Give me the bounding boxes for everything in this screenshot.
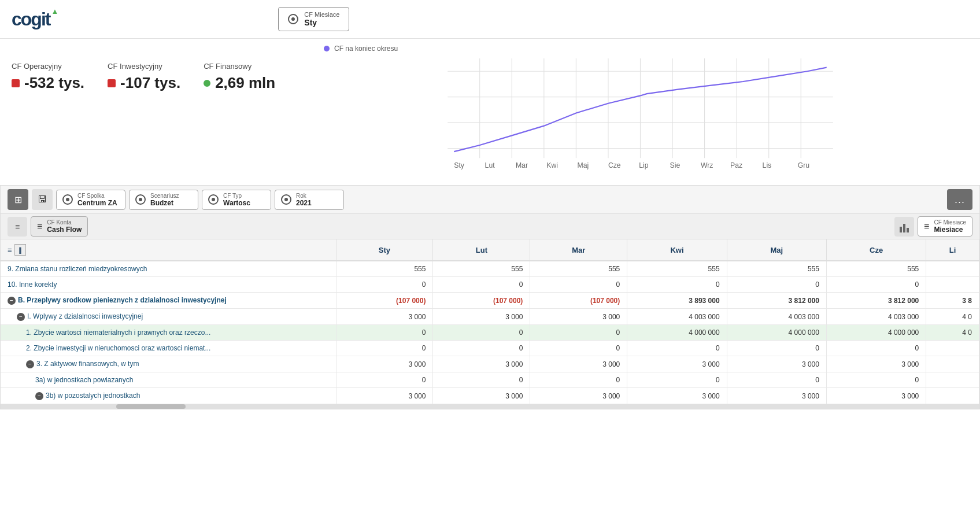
svg-text:Paz: Paz: [730, 161, 742, 169]
row-label: 10. Inne korekty: [1, 277, 336, 293]
cell-value: [926, 372, 979, 388]
sub-bar-btn[interactable]: [894, 217, 914, 237]
rok-bottom: 2021: [296, 199, 312, 207]
kpi-inwestycyjny-value: -107 tys.: [108, 74, 180, 92]
table-row: 10. Inne korekty000000: [1, 277, 979, 293]
cell-value: [926, 388, 979, 404]
cell-value: 0: [530, 372, 627, 388]
kpi-operacyjny-value: -532 tys.: [12, 74, 84, 92]
accounts-bottom: Cash Flow: [47, 226, 82, 234]
cell-value: 3 000: [530, 309, 627, 325]
cell-value: 3 000: [530, 388, 627, 404]
cell-value: 0: [530, 325, 627, 341]
collapse-icon[interactable]: −: [35, 392, 43, 400]
cell-value: 3 000: [530, 356, 627, 372]
cell-value: 3 000: [433, 388, 530, 404]
kpi-operacyjny-title: CF Operacyjny: [12, 62, 84, 71]
row-link[interactable]: 10. Inne korekty: [8, 280, 57, 289]
scenariusz-label: Scenariusz Budzet: [150, 193, 179, 207]
cell-value: 555: [627, 261, 727, 277]
scenariusz-top: Scenariusz: [150, 193, 179, 199]
svg-text:Mar: Mar: [516, 161, 528, 169]
sub-filter-months[interactable]: ≡ CF Miesiace Miesiace: [918, 216, 972, 237]
bar-chart-icon: [900, 221, 909, 232]
pause-btn[interactable]: ‖: [14, 244, 26, 256]
filter-scenariusz[interactable]: Scenariusz Budzet: [129, 190, 198, 210]
filter-radio-icon: [288, 14, 298, 24]
col-header-li: Li: [926, 239, 979, 261]
cell-value: 0: [433, 341, 530, 356]
row-label: 9. Zmiana stanu rozliczeń miedzyokresowy…: [1, 261, 336, 277]
col-control: ≡ ‖: [8, 244, 329, 256]
kpi-finansowy: CF Finansowy 2,69 mln: [204, 62, 275, 92]
chart-legend-dot: [324, 46, 330, 51]
logo-text: cogit: [12, 9, 50, 30]
row-label: 2. Zbycie inwestycji w nieruchomosci ora…: [1, 341, 336, 356]
table-row: 1. Zbycie wartosci niematerialnych i pra…: [1, 325, 979, 341]
svg-text:Maj: Maj: [578, 161, 589, 169]
col-header-cze: Cze: [826, 239, 926, 261]
table-scroll-thumb[interactable]: [116, 404, 186, 409]
kpi-operacyjny-indicator: [12, 79, 20, 87]
row-link[interactable]: 3. Z aktywow finansowych, w tym: [36, 360, 139, 368]
cell-value: 555: [727, 261, 826, 277]
summary-chart-section: CF Operacyjny -532 tys. CF Inwestycyjny …: [0, 39, 980, 176]
more-dots-icon: ...: [955, 194, 965, 206]
chart-legend-label: CF na koniec okresu: [334, 45, 398, 53]
top-filter[interactable]: CF Miesiace Sty: [278, 7, 349, 31]
months-icon: ≡: [924, 221, 929, 232]
typ-radio-inner: [212, 198, 215, 201]
sub-filter-accounts[interactable]: ≡ CF Konta Cash Flow: [31, 216, 88, 237]
cell-value: 3 000: [727, 356, 826, 372]
row-link[interactable]: I. Wplywy z dzialalnosci inwestycyjnej: [27, 312, 143, 320]
toolbar: ⊞ 🖫 CF Spolka Centrum ZA Scenariusz Budz…: [0, 185, 980, 213]
filter-bottom: Sty: [304, 18, 339, 27]
cell-value: 555: [530, 261, 627, 277]
toolbar-collapse-btn[interactable]: ⊞: [8, 189, 28, 210]
col-header-row: ≡ ‖: [1, 239, 336, 261]
toolbar-more-btn[interactable]: ...: [947, 189, 972, 210]
cell-value: 4 003 000: [826, 309, 926, 325]
svg-text:Kwi: Kwi: [546, 161, 558, 169]
cell-value: 0: [530, 277, 627, 293]
spolka-label: CF Spolka Centrum ZA: [77, 193, 117, 207]
typ-radio-icon: [208, 194, 219, 205]
row-link[interactable]: 1. Zbycie wartosci niematerialnych i pra…: [26, 328, 210, 337]
rok-label: Rok 2021: [296, 193, 312, 207]
row-label: 3a) w jednostkach powiazanych: [1, 372, 336, 388]
collapse-icon[interactable]: −: [17, 313, 25, 321]
sub-rows-btn[interactable]: ≡: [8, 217, 27, 237]
kpi-finansowy-indicator: [204, 80, 210, 87]
filter-spolka[interactable]: CF Spolka Centrum ZA: [56, 190, 125, 210]
accounts-top: CF Konta: [47, 219, 82, 226]
filter-typ[interactable]: CF Typ Wartosc: [202, 190, 271, 210]
cell-value: [926, 356, 979, 372]
filter-radio-inner: [291, 17, 295, 21]
collapse-icon: ⊞: [14, 194, 22, 205]
row-link[interactable]: B. Przeplywy srodkow pienieznych z dzial…: [18, 296, 227, 304]
col-header-lut: Lut: [433, 239, 530, 261]
cell-value: 0: [627, 372, 727, 388]
table-row: 3a) w jednostkach powiazanych000000: [1, 372, 979, 388]
cell-value: [926, 277, 979, 293]
cell-value: 3 893 000: [627, 293, 727, 309]
row-link[interactable]: 9. Zmiana stanu rozliczeń miedzyokresowy…: [8, 265, 147, 273]
row-link[interactable]: 3b) w pozostalych jednostkach: [46, 392, 140, 400]
table-scrollbar[interactable]: [1, 404, 979, 409]
collapse-icon[interactable]: −: [26, 360, 34, 368]
rok-radio-inner: [284, 198, 288, 201]
cell-value: 0: [826, 341, 926, 356]
svg-text:Lut: Lut: [485, 161, 495, 169]
kpi-inwestycyjny-indicator: [108, 79, 116, 87]
toolbar-save-btn[interactable]: 🖫: [32, 189, 53, 210]
cell-value: 3 812 000: [826, 293, 926, 309]
cell-value: 0: [826, 277, 926, 293]
row-link[interactable]: 2. Zbycie inwestycji w nieruchomosci ora…: [26, 344, 210, 352]
collapse-icon[interactable]: −: [8, 297, 16, 305]
row-link[interactable]: 3a) w jednostkach powiazanych: [35, 376, 133, 384]
accounts-label: CF Konta Cash Flow: [47, 219, 82, 234]
row-label: −I. Wplywy z dzialalnosci inwestycyjnej: [1, 309, 336, 325]
spolka-top: CF Spolka: [77, 193, 117, 199]
kpi-inwestycyjny: CF Inwestycyjny -107 tys.: [108, 62, 180, 92]
filter-rok[interactable]: Rok 2021: [275, 190, 344, 210]
